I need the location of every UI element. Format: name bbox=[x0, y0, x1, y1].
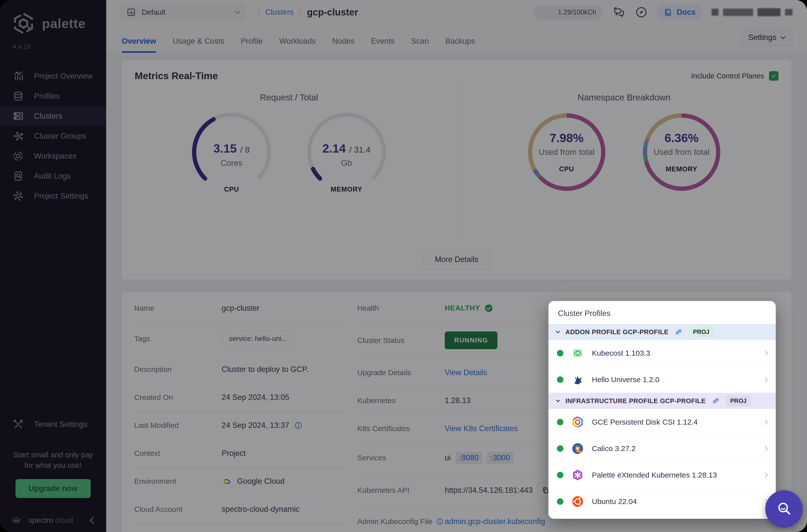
status-dot bbox=[557, 472, 563, 478]
status-dot bbox=[557, 350, 563, 356]
app-window: palette 4.4.19 Project Overview Profiles bbox=[0, 0, 807, 532]
chevron-right-icon bbox=[763, 377, 768, 382]
chevron-down-icon bbox=[556, 398, 560, 402]
profile-layer-name: Ubuntu 22.04 bbox=[592, 497, 637, 506]
profile-layer-name: Palette eXtended Kubernetes 1.28.13 bbox=[592, 471, 717, 479]
link-icon bbox=[712, 397, 720, 405]
addon-profile-label: ADDON PROFILE GCP-PROFILE bbox=[565, 328, 669, 336]
ubuntu-icon bbox=[571, 495, 584, 508]
cluster-profiles-title: Cluster Profiles bbox=[548, 301, 776, 324]
profile-layer-name: Kubecost 1.103.3 bbox=[592, 349, 650, 357]
kubecost-icon bbox=[571, 346, 584, 360]
status-dot bbox=[557, 498, 563, 505]
infrastructure-profile-header[interactable]: INFRASTRUCTURE PROFILE GCP-PROFILE PROJ bbox=[548, 393, 776, 409]
link-icon bbox=[675, 328, 682, 336]
status-dot bbox=[557, 445, 563, 452]
chevron-right-icon bbox=[763, 351, 768, 356]
search-smile-icon bbox=[774, 499, 793, 518]
search-fab-button[interactable] bbox=[765, 490, 803, 528]
chevron-right-icon bbox=[763, 420, 768, 424]
addon-profile-header[interactable]: ADDON PROFILE GCP-PROFILE PROJ bbox=[548, 324, 776, 340]
scope-badge: PROJ bbox=[689, 326, 714, 338]
profile-layer-name: GCE Persistent Disk CSI 1.12.4 bbox=[592, 418, 698, 426]
profile-layer-hello-universe[interactable]: Hello Universe 1.2.0 bbox=[548, 366, 776, 393]
profile-layer-gce-disk[interactable]: GCE Persistent Disk CSI 1.12.4 bbox=[548, 409, 776, 435]
palette-pxk-icon bbox=[571, 468, 584, 482]
status-dot bbox=[557, 419, 563, 425]
profile-layer-calico[interactable]: Calico 3.27.2 bbox=[548, 435, 776, 462]
cluster-profiles-panel: Cluster Profiles ADDON PROFILE GCP-PROFI… bbox=[548, 301, 776, 519]
chevron-right-icon bbox=[763, 446, 768, 451]
calico-icon bbox=[571, 442, 584, 455]
scope-badge: PROJ bbox=[726, 395, 751, 406]
gce-disk-icon bbox=[571, 415, 584, 429]
profile-layer-name: Calico 3.27.2 bbox=[592, 444, 636, 453]
profile-layer-pxk[interactable]: Palette eXtended Kubernetes 1.28.13 bbox=[548, 462, 776, 488]
infrastructure-profile-label: INFRASTRUCTURE PROFILE GCP-PROFILE bbox=[565, 397, 706, 405]
chevron-down-icon bbox=[556, 329, 560, 334]
chevron-right-icon bbox=[763, 473, 768, 478]
profile-layer-name: Hello Universe 1.2.0 bbox=[592, 375, 659, 384]
profile-layer-ubuntu[interactable]: Ubuntu 22.04 bbox=[548, 488, 776, 515]
hello-universe-icon bbox=[571, 373, 584, 386]
status-dot bbox=[557, 376, 563, 383]
profile-layer-kubecost[interactable]: Kubecost 1.103.3 bbox=[548, 340, 776, 366]
